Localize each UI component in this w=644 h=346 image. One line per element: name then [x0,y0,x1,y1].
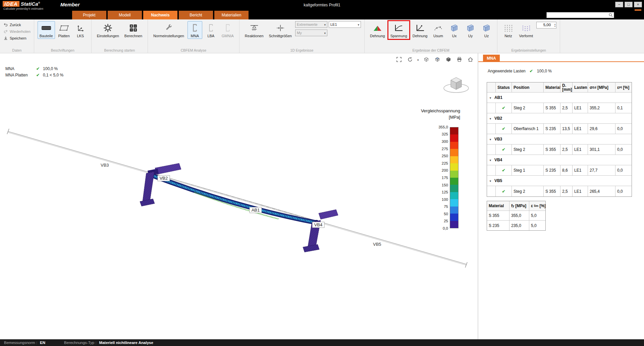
normeinstellungen-button[interactable]: Normeinstellungen [151,21,186,39]
connection-vb4[interactable] [303,210,338,252]
uz-button[interactable]: Uz [479,21,494,39]
gmnia-label: GMNIA [222,34,234,38]
close-button[interactable] [634,2,642,7]
group-row-vb3[interactable]: VB3 [487,134,632,145]
uy-button[interactable]: Uy [463,21,478,39]
berechnen-label: Berechnen [124,34,142,38]
collapse-icon[interactable] [489,178,492,183]
tab-nachweis[interactable]: Nachweis [143,11,177,19]
ux-label: Ux [452,34,457,38]
group-row-vb5[interactable]: VB5 [487,176,632,186]
table-row[interactable]: Oberflansch 1 S 235 13,5 LE1 29,6 0,0 [487,124,632,134]
member-label-ab1[interactable]: AB1 [250,207,262,213]
mna-label: MNA [191,34,199,38]
tab-bericht[interactable]: Bericht [179,11,213,19]
scale-spinner[interactable]: 5,00 [536,22,556,28]
results-table: Status Position Material D.[mm] Lasten σ… [487,82,632,197]
tab-projekt[interactable]: Projekt [72,11,106,19]
material-table-header: Material fy [MPa] ε lim [%] [487,201,545,211]
legend-tick-label: 300 [432,139,448,143]
redo-button: Wiederholen [3,28,31,34]
legend-tick-label: 250 [432,154,448,158]
table-row[interactable]: Steg 1 S 235 8,6 LE1 27,7 0,0 [487,165,632,176]
dehnung-plastic-button[interactable]: Dehnung [368,21,387,39]
gear-icon [103,23,112,33]
mna-button[interactable]: MNA [187,21,202,39]
group-row-vb4[interactable]: VB4 [487,155,632,165]
ribbon: Zurück Wiederholen Speichern Daten [0,19,644,53]
model-canvas[interactable]: VB3 VB2 AB1 VB4 VB5 [0,53,477,339]
tab-materialien[interactable]: Materialien [214,11,249,19]
berechnen-button[interactable]: Berechnen [122,21,144,39]
reaktionen-label: Reaktionen [245,34,264,38]
viewport-3d[interactable]: MNA 100,0 % MNA Platten 0,1 < 5,0 % [0,53,477,339]
group-label-beschriftungen: Beschriftungen [34,48,91,52]
table-row[interactable]: Steg 2 S 355 2,5 LE1 355,2 0,1 [487,103,632,113]
legend-tick-label: 0,0 [432,226,448,230]
group-row-vb2[interactable]: VB2 [487,113,632,124]
design-code-value: EN [40,341,45,345]
netz-button[interactable]: Netz [501,21,516,39]
legend-tick-label: 225 [432,161,448,165]
beam-icon [41,23,52,33]
check-icon [530,69,533,73]
minimize-button[interactable] [615,2,623,7]
maximize-button[interactable] [625,2,633,7]
schnittgroessen-button[interactable]: Schnittgrößen [267,21,294,39]
spinner-down-icon[interactable] [554,25,555,27]
member-label-vb4[interactable]: VB4 [312,222,324,228]
einstellungen-label: Einstellungen [97,34,119,38]
tab-modell[interactable]: Modell [108,11,142,19]
design-code-label: Bemessungsnorm : [4,341,37,345]
netz-label: Netz [504,34,512,38]
save-icon [3,36,8,41]
check-icon [502,147,505,152]
undo-button[interactable]: Zurück [3,22,31,27]
table-row[interactable]: Steg 2 S 355 2,5 LE1 265,4 0,0 [487,186,632,196]
profile-disabled-icon [224,23,231,33]
ribbon-group-cbfem-analyse: Normeinstellungen MNA LBA [148,19,239,53]
loadcase-select[interactable]: LE1 [329,21,361,28]
tab-mna-results[interactable]: MNA [483,55,500,62]
group-label-cbfem-ergebnisse: Ergebnisse der CBFEM [365,48,497,52]
collapse-icon[interactable] [489,158,492,162]
member-axis-line[interactable] [7,129,467,268]
collapse-icon[interactable] [489,95,492,100]
beam-mesh[interactable] [149,174,319,225]
group-label-1d-ergebnisse: 1D Ergebnisse [239,48,364,52]
save-button[interactable]: Speichern [3,35,31,41]
logo-tagline: Calculate yesterday's estimates [3,7,43,10]
lks-button[interactable]: LKS [73,21,88,39]
dehnung-button[interactable]: Dehnung [411,21,430,39]
table-row[interactable]: Steg 2 S 355 2,5 LE1 301,1 0,0 [487,145,632,155]
my-select: My [295,30,327,36]
analysis-type-label: Berechnungs-Typ : [64,341,97,345]
group-label-berechnung: Berechnung starten [92,48,148,52]
strain-triangles-icon [373,23,382,33]
group-label-cbfem-analyse: CBFEM Analyse [148,48,239,52]
main-tab-bar: Projekt Modell Nachweis Bericht Material… [0,11,644,19]
collapse-icon[interactable] [489,116,492,121]
group-row-ab1[interactable]: AB1 [487,93,632,103]
legend-title: Vergleichsspannung [MPa] [402,108,460,121]
ux-button[interactable]: Ux [447,21,462,39]
member-label-vb3[interactable]: VB3 [101,163,109,168]
reaktionen-button[interactable]: Reaktionen [243,21,266,39]
usum-button[interactable]: Usum [431,21,445,39]
mesh-box-icon [450,23,458,33]
bauteile-button[interactable]: Bauteile [38,21,55,39]
platten-button[interactable]: Platten [56,21,72,39]
member-label-vb5[interactable]: VB5 [373,242,381,247]
usum-label: Usum [433,34,443,38]
member-label-vb2[interactable]: VB2 [158,175,170,181]
collapse-icon[interactable] [489,137,492,141]
search-icon[interactable] [608,13,614,17]
spannung-button[interactable]: Spannung [388,21,409,39]
einstellungen-button[interactable]: Einstellungen [95,21,121,39]
verformt-button[interactable]: Verformt [517,21,535,39]
profile-icon [192,23,198,33]
table-row[interactable]: S 355 355,0 5,0 [487,211,545,221]
table-row[interactable]: S 235 235,0 5,0 [487,221,545,230]
search-input[interactable] [547,13,608,17]
lba-button[interactable]: LBA [204,21,218,39]
